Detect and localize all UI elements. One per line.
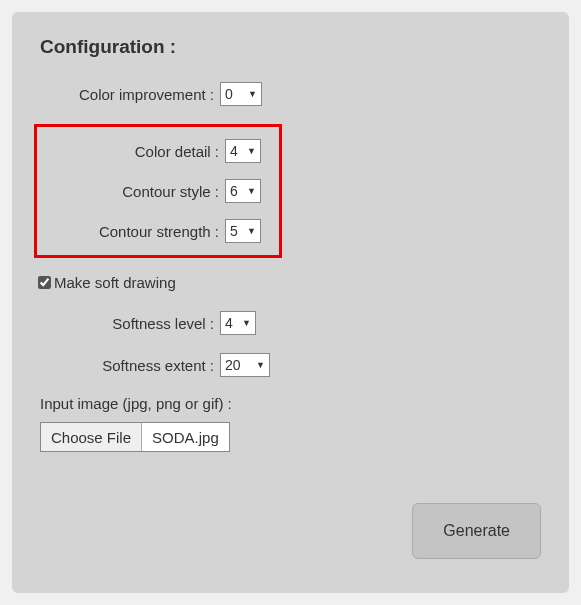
- select-softness-extent[interactable]: 20 ▼: [220, 353, 270, 377]
- select-value: 4: [230, 143, 247, 159]
- chevron-down-icon: ▼: [256, 361, 265, 370]
- checkbox-soft-drawing[interactable]: [38, 276, 51, 289]
- chevron-down-icon: ▼: [247, 187, 256, 196]
- panel-title: Configuration :: [40, 36, 541, 58]
- row-color-improvement: Color improvement : 0 ▼: [40, 82, 541, 106]
- select-color-improvement[interactable]: 0 ▼: [220, 82, 262, 106]
- chevron-down-icon: ▼: [242, 319, 251, 328]
- label-contour-style: Contour style :: [45, 183, 225, 200]
- generate-button[interactable]: Generate: [412, 503, 541, 559]
- chevron-down-icon: ▼: [248, 90, 257, 99]
- select-value: 5: [230, 223, 247, 239]
- select-color-detail[interactable]: 4 ▼: [225, 139, 261, 163]
- configuration-panel: Configuration : Color improvement : 0 ▼ …: [12, 12, 569, 593]
- chosen-filename: SODA.jpg: [142, 423, 229, 451]
- select-value: 0: [225, 86, 248, 102]
- select-softness-level[interactable]: 4 ▼: [220, 311, 256, 335]
- row-softness-extent: Softness extent : 20 ▼: [40, 353, 541, 377]
- select-value: 6: [230, 183, 247, 199]
- row-color-detail: Color detail : 4 ▼: [45, 139, 271, 163]
- label-softness-level: Softness level :: [40, 315, 220, 332]
- label-soft-drawing: Make soft drawing: [54, 274, 176, 291]
- row-contour-strength: Contour strength : 5 ▼: [45, 219, 271, 243]
- row-contour-style: Contour style : 6 ▼: [45, 179, 271, 203]
- select-value: 4: [225, 315, 242, 331]
- file-chooser[interactable]: Choose File SODA.jpg: [40, 422, 230, 452]
- label-input-image: Input image (jpg, png or gif) :: [40, 395, 541, 412]
- row-soft-drawing: Make soft drawing: [38, 274, 541, 291]
- chevron-down-icon: ▼: [247, 147, 256, 156]
- label-softness-extent: Softness extent :: [40, 357, 220, 374]
- label-color-improvement: Color improvement :: [40, 86, 220, 103]
- select-contour-style[interactable]: 6 ▼: [225, 179, 261, 203]
- select-contour-strength[interactable]: 5 ▼: [225, 219, 261, 243]
- label-contour-strength: Contour strength :: [45, 223, 225, 240]
- select-value: 20: [225, 357, 256, 373]
- label-color-detail: Color detail :: [45, 143, 225, 160]
- chevron-down-icon: ▼: [247, 227, 256, 236]
- row-softness-level: Softness level : 4 ▼: [40, 311, 541, 335]
- highlight-box: Color detail : 4 ▼ Contour style : 6 ▼ C…: [34, 124, 282, 258]
- choose-file-button[interactable]: Choose File: [41, 423, 142, 451]
